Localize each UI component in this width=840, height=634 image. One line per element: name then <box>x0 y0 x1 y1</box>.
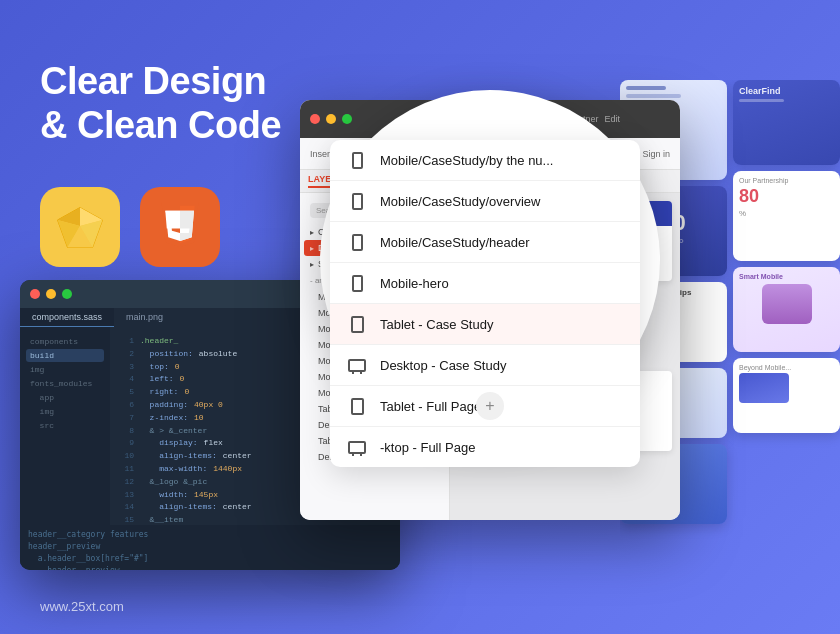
dropdown-item-2[interactable]: Mobile/CaseStudy/overview <box>330 181 640 222</box>
dropdown-label-5: Tablet - Case Study <box>380 317 624 332</box>
preview-thumb-6: ClearFind <box>733 80 840 165</box>
preview-thumb-9: Beyond Mobile... <box>733 358 840 433</box>
logos-row <box>40 187 320 267</box>
dropdown-label-4: Mobile-hero <box>380 276 624 291</box>
dropdown-item-1[interactable]: Mobile/CaseStudy/by the nu... <box>330 140 640 181</box>
phone-icon-2 <box>346 192 368 210</box>
sidebar-item: src <box>26 419 104 432</box>
dropdown-label-3: Mobile/CaseStudy/header <box>380 235 624 250</box>
left-panel: Clear Design & Clean Code <box>40 60 320 267</box>
preview-thumb-7: Our Partnership 80 % <box>733 171 840 261</box>
html5-logo <box>140 187 220 267</box>
preview-col-2: ClearFind Our Partnership 80 % Smart Mob… <box>733 80 840 560</box>
sidebar-item: img <box>26 363 104 376</box>
dropdown-item-8[interactable]: -ktop - Full Page <box>330 427 640 467</box>
sidebar-item: fonts_modules <box>26 377 104 390</box>
phone-icon-1 <box>346 151 368 169</box>
maximize-dot[interactable] <box>62 289 72 299</box>
tablet-icon-1 <box>346 315 368 333</box>
code-tab-main[interactable]: main.png <box>114 308 175 327</box>
sidebar-item: app <box>26 391 104 404</box>
sidebar-item-active: build <box>26 349 104 362</box>
dropdown-item-6[interactable]: Desktop - Case Study <box>330 345 640 386</box>
dropdown-label-2: Mobile/CaseStudy/overview <box>380 194 624 209</box>
dropdown-label-1: Mobile/CaseStudy/by the nu... <box>380 153 624 168</box>
dropdown-item-5[interactable]: Tablet - Case Study <box>330 304 640 345</box>
preview-thumb-8: Smart Mobile <box>733 267 840 352</box>
close-dot[interactable] <box>30 289 40 299</box>
dropdown-label-6: Desktop - Case Study <box>380 358 624 373</box>
phone-icon-3 <box>346 233 368 251</box>
svg-marker-9 <box>165 211 180 218</box>
sidebar-item: img <box>26 405 104 418</box>
minimize-dot[interactable] <box>46 289 56 299</box>
phone-icon-4 <box>346 274 368 292</box>
sketch-logo <box>40 187 120 267</box>
code-tab-components[interactable]: components.sass <box>20 308 114 327</box>
add-page-button[interactable]: + <box>476 392 504 420</box>
code-footer: header__category features header__previe… <box>20 525 400 570</box>
tablet-icon-2 <box>346 397 368 415</box>
sidebar-item: components <box>26 335 104 348</box>
dropdown-label-8: -ktop - Full Page <box>380 440 624 455</box>
bottom-url: www.25xt.com <box>40 599 124 614</box>
headline: Clear Design & Clean Code <box>40 60 320 147</box>
dropdown-overlay: Mobile/CaseStudy/by the nu... Mobile/Cas… <box>310 80 670 440</box>
dropdown-item-3[interactable]: Mobile/CaseStudy/header <box>330 222 640 263</box>
monitor-icon-2 <box>346 438 368 456</box>
monitor-icon-1 <box>346 356 368 374</box>
dropdown-item-4[interactable]: Mobile-hero <box>330 263 640 304</box>
